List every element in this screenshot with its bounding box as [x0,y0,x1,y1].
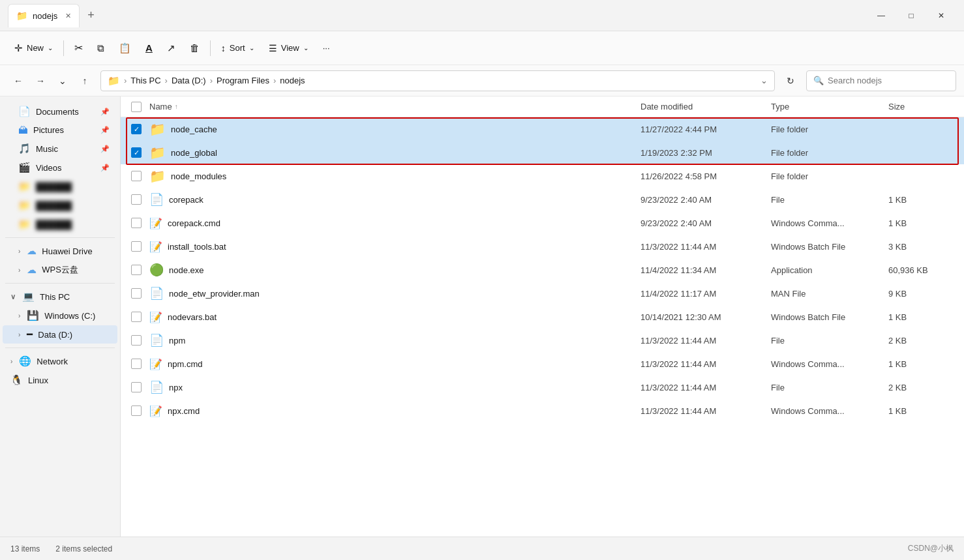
table-row[interactable]: 📝 npm.cmd 11/3/2022 11:44 AM Windows Com… [121,352,964,376]
row-checkbox[interactable] [131,288,142,299]
file-name: corepack.cmd [168,218,640,228]
date-col-header[interactable]: Date modified [640,102,771,111]
sidebar-label-blur2: ██████ [36,201,72,211]
table-row[interactable]: 📝 nodevars.bat 10/14/2021 12:30 AM Windo… [121,305,964,329]
row-checkbox-wrap [131,218,149,228]
row-checkbox[interactable] [131,194,142,205]
sidebar-item-blur2[interactable]: 📁 ██████ [3,196,117,214]
check-all-checkbox[interactable] [131,102,142,112]
sidebar-item-datad[interactable]: › ━ Data (D:) [3,325,117,344]
table-row[interactable]: 📄 corepack 9/23/2022 2:40 AM File 1 KB [121,188,964,211]
refresh-button[interactable]: ↻ [780,70,801,91]
new-tab-button[interactable]: + [82,6,100,25]
sidebar-item-huawei[interactable]: › ☁ Huawei Drive [3,242,117,260]
up-dropdown-button[interactable]: ⌄ [52,70,73,91]
music-icon: 🎵 [18,143,31,155]
share-button[interactable]: ↗ [160,37,182,60]
file-name: corepack [169,195,640,205]
file-rows-container: ✓ 📁 node_cache 11/27/2022 4:44 PM File f… [121,117,964,422]
sidebar-item-network[interactable]: › 🌐 Network [3,352,117,370]
row-checkbox[interactable] [131,241,142,252]
file-type-icon: 📁 [149,145,166,160]
breadcrumb-datad[interactable]: Data (D:) [172,76,206,85]
row-checkbox-wrap [131,171,149,181]
file-name: node_cache [171,125,640,134]
row-checkbox-wrap: ✓ [131,147,149,158]
file-type-icon: 📄 [149,380,164,394]
delete-button[interactable]: 🗑 [183,37,206,60]
rename-button[interactable]: A [139,37,159,60]
back-button[interactable]: ← [8,70,29,91]
tab-close-btn[interactable]: ✕ [65,12,71,20]
table-row[interactable]: 🟢 node.exe 11/4/2022 11:34 AM Applicatio… [121,258,964,282]
close-button[interactable]: ✕ [926,5,956,26]
breadcrumb-nodejs[interactable]: nodejs [280,76,305,85]
row-checkbox[interactable] [131,312,142,322]
view-icon: ☰ [269,43,277,53]
name-col-header[interactable]: Name ↑ [149,102,640,111]
row-checkbox[interactable] [131,218,142,228]
row-checkbox[interactable] [131,171,142,181]
breadcrumb-programfiles[interactable]: Program Files [217,76,269,85]
active-tab[interactable]: 📁 nodejs ✕ [8,4,80,27]
cut-button[interactable]: ✂ [68,37,89,60]
up-directory-button[interactable]: ↑ [74,70,95,91]
type-col-header[interactable]: Type [771,102,888,111]
table-row[interactable]: 📝 install_tools.bat 11/3/2022 11:44 AM W… [121,235,964,258]
size-col-header[interactable]: Size [888,102,954,111]
huawei-icon: ☁ [27,245,37,257]
sidebar-item-wps[interactable]: › ☁ WPS云盘 [3,261,117,279]
breadcrumb-chevron-icon[interactable]: ⌄ [761,76,768,85]
view-chevron-icon: ⌄ [303,44,309,52]
sidebar-label-linux: Linux [28,376,48,385]
sidebar-item-blur3[interactable]: 📁 ██████ [3,215,117,233]
forward-button[interactable]: → [30,70,51,91]
table-row[interactable]: 📁 node_modules 11/26/2022 4:58 PM File f… [121,164,964,188]
table-row[interactable]: 📝 corepack.cmd 9/23/2022 2:40 AM Windows… [121,211,964,235]
copy-button[interactable]: ⧉ [91,37,111,60]
sidebar-item-blur1[interactable]: 📁 ██████ [3,177,117,196]
row-checkbox[interactable] [131,335,142,346]
file-type: File folder [771,171,888,181]
row-checkbox[interactable] [131,382,142,392]
sidebar-label-music: Music [36,144,58,154]
row-checkbox[interactable]: ✓ [131,124,142,134]
search-input[interactable] [828,76,949,85]
file-type: Windows Comma... [771,218,888,228]
more-button[interactable]: ··· [316,37,337,60]
sidebar-item-windowsc[interactable]: › 💾 Windows (C:) [3,306,117,325]
title-bar: 📁 nodejs ✕ + — □ ✕ [0,0,964,31]
file-name: nodevars.bat [168,312,640,322]
new-button[interactable]: ✛ New ⌄ [8,37,59,60]
table-row[interactable]: ✓ 📁 node_global 1/19/2023 2:32 PM File f… [121,141,964,164]
row-checkbox[interactable] [131,265,142,275]
main-layout: 📄 Documents 📌 🏔 Pictures 📌 🎵 Music 📌 🎬 V… [0,96,964,537]
breadcrumb-bar[interactable]: 📁 › This PC › Data (D:) › Program Files … [100,70,775,91]
table-row[interactable]: 📄 node_etw_provider.man 11/4/2022 11:17 … [121,282,964,305]
table-row[interactable]: ✓ 📁 node_cache 11/27/2022 4:44 PM File f… [121,117,964,141]
view-button[interactable]: ☰ View ⌄ [262,37,315,60]
table-row[interactable]: 📄 npx 11/3/2022 11:44 AM File 2 KB [121,376,964,399]
maximize-button[interactable]: □ [896,5,926,26]
sidebar-item-thispc[interactable]: ∨ 💻 This PC [3,287,117,306]
row-checkbox[interactable]: ✓ [131,147,142,158]
sidebar-item-linux[interactable]: 🐧 Linux [3,371,117,389]
file-date: 11/4/2022 11:17 AM [640,289,771,299]
table-row[interactable]: 📝 npx.cmd 11/3/2022 11:44 AM Windows Com… [121,399,964,422]
sidebar-item-documents[interactable]: 📄 Documents 📌 [3,102,117,121]
sort-button[interactable]: ↕ Sort ⌄ [215,37,261,60]
row-checkbox[interactable] [131,405,142,416]
sidebar-item-pictures[interactable]: 🏔 Pictures 📌 [3,121,117,139]
documents-icon: 📄 [18,106,31,117]
sidebar: 📄 Documents 📌 🏔 Pictures 📌 🎵 Music 📌 🎬 V… [0,96,121,537]
sidebar-label-videos: Videos [36,163,62,173]
sidebar-item-videos[interactable]: 🎬 Videos 📌 [3,158,117,177]
breadcrumb-thispc[interactable]: This PC [130,76,160,85]
search-bar[interactable]: 🔍 [806,70,956,91]
minimize-button[interactable]: — [866,5,896,26]
row-checkbox[interactable] [131,359,142,369]
sidebar-divider-2 [5,283,115,284]
sidebar-item-music[interactable]: 🎵 Music 📌 [3,140,117,158]
table-row[interactable]: 📄 npm 11/3/2022 11:44 AM File 2 KB [121,329,964,352]
paste-button[interactable]: 📋 [112,37,138,60]
